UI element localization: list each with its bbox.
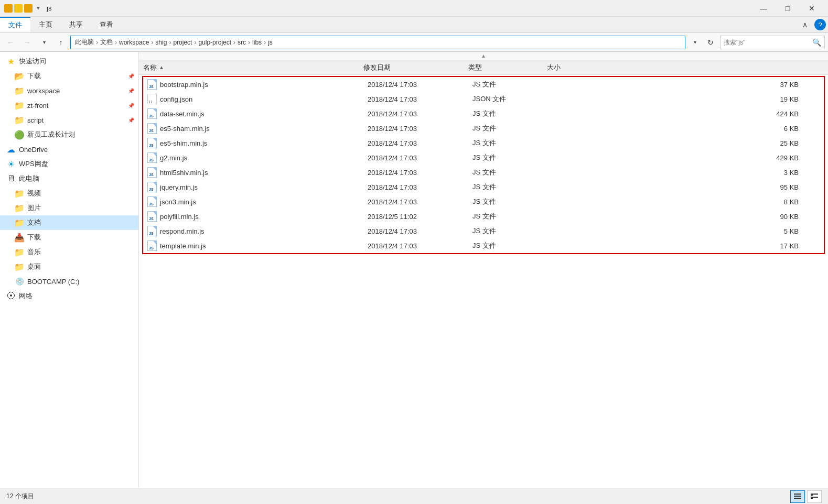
list-view-icon bbox=[794, 493, 801, 500]
file-name-json3: JS json3.min.js bbox=[147, 196, 368, 207]
path-part-workspace[interactable]: workspace bbox=[119, 39, 149, 46]
sidebar-item-new-employee[interactable]: 🟢 新员工成长计划 bbox=[0, 127, 138, 142]
close-button[interactable]: ✕ bbox=[800, 0, 824, 17]
sidebar-item-desktop[interactable]: 📁 桌面 bbox=[0, 259, 138, 274]
quick-access-icon: ★ bbox=[6, 57, 16, 66]
sidebar-item-workspace[interactable]: 📁 workspace 📌 bbox=[0, 83, 138, 98]
file-row-template[interactable]: JS template.min.js 2018/12/4 17:03 JS 文件… bbox=[143, 238, 824, 253]
selected-files-group: JS bootstrap.min.js 2018/12/4 17:03 JS 文… bbox=[142, 76, 825, 254]
sidebar-item-video-label: 视频 bbox=[27, 189, 134, 198]
file-row-config[interactable]: { } config.json 2018/12/4 17:03 JSON 文件 … bbox=[143, 92, 824, 106]
file-row-bootstrap[interactable]: JS bootstrap.min.js 2018/12/4 17:03 JS 文… bbox=[143, 77, 824, 92]
sidebar-item-wps-label: WPS网盘 bbox=[19, 159, 134, 169]
sidebar: ★ 快速访问 📂 下载 📌 📁 workspace 📌 📁 zt-front 📌… bbox=[0, 52, 139, 488]
tab-share[interactable]: 共享 bbox=[61, 17, 91, 32]
search-input[interactable] bbox=[724, 39, 810, 46]
svg-rect-0 bbox=[794, 494, 801, 495]
col-header-name[interactable]: 名称 ▲ bbox=[143, 63, 363, 72]
search-box[interactable]: 🔍 bbox=[720, 36, 825, 49]
view-detail-button[interactable] bbox=[807, 490, 822, 503]
sidebar-item-download1[interactable]: 📂 下载 📌 bbox=[0, 69, 138, 83]
file-name-dataset: JS data-set.min.js bbox=[147, 108, 368, 119]
col-header-type[interactable]: 类型 bbox=[468, 63, 547, 72]
scroll-top-indicator: ▲ bbox=[139, 52, 828, 60]
view-list-button[interactable] bbox=[790, 490, 805, 503]
refresh-button[interactable]: ↻ bbox=[703, 35, 718, 50]
up-button[interactable]: ↑ bbox=[53, 35, 68, 50]
this-pc-icon: 🖥 bbox=[6, 174, 16, 183]
json-file-icon-config: { } bbox=[147, 94, 157, 104]
dropdown-button[interactable]: ▾ bbox=[687, 35, 702, 50]
sidebar-item-network[interactable]: 🖸 网络 bbox=[0, 289, 138, 303]
help-button[interactable]: ? bbox=[814, 19, 826, 30]
file-row-respond[interactable]: JS respond.min.js 2018/12/4 17:03 JS 文件 … bbox=[143, 224, 824, 238]
file-row-polyfill[interactable]: JS polyfill.min.js 2018/12/5 11:02 JS 文件… bbox=[143, 209, 824, 224]
tab-home[interactable]: 主页 bbox=[30, 17, 61, 32]
file-row-g2[interactable]: JS g2.min.js 2018/12/4 17:03 JS 文件 429 K… bbox=[143, 150, 824, 165]
sidebar-item-quick-access-label: 快速访问 bbox=[19, 57, 134, 66]
sidebar-item-video[interactable]: 📁 视频 bbox=[0, 186, 138, 201]
content-area: ▲ 名称 ▲ 修改日期 类型 大小 JS bootstrap.m bbox=[139, 52, 828, 488]
sidebar-item-download2-label: 下载 bbox=[27, 233, 134, 242]
recent-button[interactable]: ▾ bbox=[37, 35, 51, 50]
path-part-src[interactable]: src bbox=[238, 39, 246, 46]
back-button[interactable]: ← bbox=[3, 35, 18, 50]
address-bar: ← → ▾ ↑ 此电脑 › 文档 › workspace › shig › pr… bbox=[0, 33, 828, 52]
onedrive-icon: ☁ bbox=[6, 145, 16, 154]
file-row-es5shim[interactable]: JS es5-shim.min.js 2018/12/4 17:03 JS 文件… bbox=[143, 136, 824, 150]
file-row-dataset[interactable]: JS data-set.min.js 2018/12/4 17:03 JS 文件… bbox=[143, 106, 824, 121]
path-part-pc[interactable]: 此电脑 bbox=[75, 38, 94, 47]
file-row-json3[interactable]: JS json3.min.js 2018/12/4 17:03 JS 文件 8 … bbox=[143, 194, 824, 209]
maximize-button[interactable]: □ bbox=[776, 0, 800, 17]
file-row-es5sham[interactable]: JS es5-sham.min.js 2018/12/4 17:03 JS 文件… bbox=[143, 121, 824, 136]
sidebar-item-bootcamp[interactable]: 💿 BOOTCAMP (C:) bbox=[0, 274, 138, 289]
tab-view[interactable]: 查看 bbox=[91, 17, 122, 32]
file-row-html5shiv[interactable]: JS html5shiv.min.js 2018/12/4 17:03 JS 文… bbox=[143, 165, 824, 180]
sidebar-item-zt-front[interactable]: 📁 zt-front 📌 bbox=[0, 98, 138, 113]
sidebar-item-this-pc-label: 此电脑 bbox=[19, 174, 134, 183]
status-bar: 12 个项目 bbox=[0, 488, 828, 504]
path-part-js[interactable]: js bbox=[268, 39, 273, 46]
column-headers: 名称 ▲ 修改日期 类型 大小 bbox=[139, 60, 828, 75]
folder-workspace-icon: 📁 bbox=[15, 86, 24, 95]
sidebar-item-bootcamp-label: BOOTCAMP (C:) bbox=[27, 278, 134, 286]
ribbon: 文件 主页 共享 查看 ∧ ? bbox=[0, 17, 828, 33]
folder-picture-icon: 📁 bbox=[15, 203, 24, 213]
forward-button[interactable]: → bbox=[20, 35, 35, 50]
tab-file[interactable]: 文件 bbox=[0, 17, 30, 32]
sidebar-item-workspace-label: workspace bbox=[27, 87, 125, 95]
ribbon-expand-button[interactable]: ∧ bbox=[798, 17, 812, 32]
drive-icon: 💿 bbox=[15, 277, 24, 286]
path-part-gulp[interactable]: gulp-project bbox=[198, 39, 231, 46]
path-part-project[interactable]: project bbox=[173, 39, 192, 46]
path-part-libs[interactable]: libs bbox=[252, 39, 262, 46]
file-name-config: { } config.json bbox=[147, 94, 368, 104]
sidebar-item-music[interactable]: 📁 音乐 bbox=[0, 245, 138, 259]
title-bar-controls: — □ ✕ bbox=[751, 0, 824, 17]
sidebar-item-desktop-label: 桌面 bbox=[27, 262, 134, 271]
svg-rect-1 bbox=[794, 496, 801, 497]
svg-rect-3 bbox=[811, 494, 813, 496]
sidebar-item-script[interactable]: 📁 script 📌 bbox=[0, 113, 138, 127]
sidebar-item-this-pc[interactable]: 🖥 此电脑 bbox=[0, 171, 138, 186]
address-path[interactable]: 此电脑 › 文档 › workspace › shig › project › … bbox=[70, 36, 685, 49]
sidebar-item-download2[interactable]: 📥 下载 bbox=[0, 230, 138, 245]
path-part-shig[interactable]: shig bbox=[155, 39, 167, 46]
file-name-html5shiv: JS html5shiv.min.js bbox=[147, 167, 368, 178]
search-icon: 🔍 bbox=[812, 38, 821, 47]
folder-music-icon: 📁 bbox=[15, 247, 24, 257]
detail-view-icon bbox=[811, 493, 818, 500]
sort-arrow-up: ▲ bbox=[481, 53, 486, 59]
file-name-es5shim: JS es5-shim.min.js bbox=[147, 138, 368, 148]
col-header-date[interactable]: 修改日期 bbox=[363, 63, 468, 72]
sidebar-item-onedrive[interactable]: ☁ OneDrive bbox=[0, 142, 138, 157]
sidebar-item-wps[interactable]: ☀ WPS网盘 bbox=[0, 157, 138, 171]
path-part-doc[interactable]: 文档 bbox=[100, 38, 113, 47]
file-row-jquery[interactable]: JS jquery.min.js 2018/12/4 17:03 JS 文件 9… bbox=[143, 180, 824, 194]
file-name-bootstrap: JS bootstrap.min.js bbox=[147, 79, 368, 90]
minimize-button[interactable]: — bbox=[751, 0, 776, 17]
sidebar-item-quick-access[interactable]: ★ 快速访问 bbox=[0, 54, 138, 69]
sidebar-item-picture[interactable]: 📁 图片 bbox=[0, 201, 138, 215]
sidebar-item-document[interactable]: 📁 文档 bbox=[0, 215, 138, 230]
col-header-size[interactable]: 大小 bbox=[547, 63, 824, 72]
